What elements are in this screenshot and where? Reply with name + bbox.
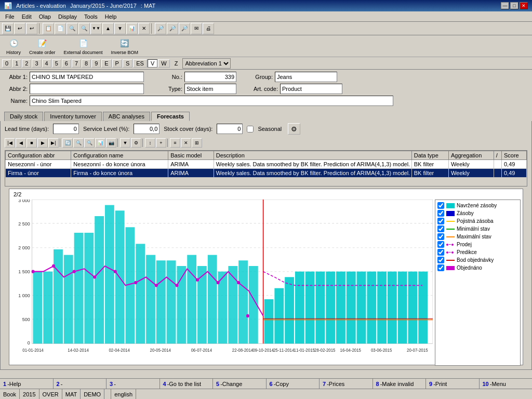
f8-key[interactable]: 8-Make invalid — [373, 379, 427, 389]
col-basic-model[interactable]: Basic model — [168, 151, 214, 160]
table-row[interactable]: Nesezonní - únorNesezonní - do konce úno… — [6, 160, 527, 169]
tab-1[interactable]: 1 — [12, 59, 21, 68]
cols-btn[interactable]: ⊞ — [192, 138, 202, 148]
col-score[interactable]: Score — [502, 151, 527, 160]
col-cfg-abbr[interactable]: Configuration abbr — [6, 151, 71, 160]
del-btn[interactable]: ✕ — [181, 138, 191, 148]
minimize-button[interactable]: — — [501, 2, 509, 9]
menu-help[interactable]: Help — [102, 13, 120, 20]
tab-4[interactable]: 4 — [42, 59, 51, 68]
nav-prev[interactable]: ◀ — [16, 138, 26, 148]
legend-check-min[interactable] — [437, 225, 444, 232]
settings-button[interactable]: ⚙ — [288, 123, 300, 135]
ext-doc-button[interactable]: 📄 External document — [62, 36, 105, 56]
f1-key[interactable]: 1-Help — [0, 379, 54, 389]
col-slash[interactable]: / — [494, 151, 501, 160]
filter-btn[interactable]: 🔍 — [84, 138, 95, 148]
tab-inventory-turnover[interactable]: Inventory turnover — [44, 112, 102, 121]
legend-check-pojistna[interactable] — [437, 218, 444, 224]
menu-display[interactable]: Display — [55, 13, 80, 20]
tab-6[interactable]: 6 — [62, 59, 71, 68]
search-btn[interactable]: 🔍 — [73, 138, 84, 148]
menu-file[interactable]: File — [2, 13, 18, 20]
tb-print[interactable]: 🖨 — [203, 23, 214, 34]
tb-doc[interactable]: 📄 — [55, 23, 66, 34]
tb-search2[interactable]: 🔎 — [167, 23, 178, 34]
tab-0[interactable]: 0 — [2, 59, 11, 68]
abbreviation-select[interactable]: Abbreviation 1 Abbreviation 2 Abbreviati… — [182, 58, 231, 69]
nav-last[interactable]: ▶| — [48, 138, 59, 148]
tb-filter3[interactable]: ▼▼ — [90, 23, 102, 34]
name-input[interactable] — [30, 96, 393, 106]
tb-save[interactable]: 💾 — [2, 23, 14, 34]
abbr1-input[interactable] — [30, 72, 144, 82]
tb-filter2[interactable]: 🔍 — [78, 23, 90, 34]
col-description[interactable]: Description — [214, 151, 411, 160]
tab-8[interactable]: 8 — [82, 59, 91, 68]
config-btn[interactable]: ⚙ — [131, 138, 141, 148]
refresh-btn[interactable]: 🔄 — [62, 138, 73, 148]
col-cfg-name[interactable]: Configuration name — [71, 151, 168, 160]
f6-key[interactable]: 6-Copy — [267, 379, 320, 389]
nav-next[interactable]: ▶ — [37, 138, 48, 148]
legend-check-zasoby[interactable] — [437, 210, 444, 217]
add-btn[interactable]: + — [156, 138, 166, 148]
tab-7[interactable]: 7 — [72, 59, 81, 68]
tb-copy[interactable]: 📋 — [43, 23, 54, 34]
tab-V[interactable]: V — [148, 59, 157, 68]
tb-search3[interactable]: 🔎 — [179, 23, 190, 34]
f3-key[interactable]: 3- — [107, 379, 160, 389]
type-input[interactable] — [184, 84, 236, 94]
tab-5[interactable]: 5 — [52, 59, 61, 68]
inverse-bom-button[interactable]: 🔄 Inverse BOM — [109, 36, 141, 56]
tab-2[interactable]: 2 — [22, 59, 31, 68]
tb-up[interactable]: ▲ — [102, 23, 114, 34]
legend-check-max[interactable] — [437, 233, 444, 240]
tab-abc-analyses[interactable]: ABC analyses — [103, 112, 150, 121]
f2-key[interactable]: 2- — [54, 379, 107, 389]
tab-3[interactable]: 3 — [32, 59, 41, 68]
menu-olap[interactable]: Olap — [36, 13, 54, 20]
f9-key[interactable]: 9-Print — [426, 379, 480, 389]
f10-key[interactable]: 10-Menu — [480, 379, 533, 389]
menu-tools[interactable]: Tools — [81, 13, 101, 20]
stock-cover-input[interactable] — [217, 124, 243, 134]
create-order-button[interactable]: 📝 Create order — [27, 36, 58, 56]
col-aggregation[interactable]: Aggregation — [448, 151, 494, 160]
nav-first[interactable]: |◀ — [5, 138, 15, 148]
table-row[interactable]: Firma - únorFirma - do konce únoraARIMAW… — [6, 169, 527, 178]
art-code-input[interactable] — [280, 84, 342, 94]
tb-down[interactable]: ▼ — [114, 23, 126, 34]
nav-stop[interactable]: ■ — [26, 138, 37, 148]
camera-btn[interactable]: 📷 — [106, 138, 116, 148]
config-table-container[interactable]: Configuration abbr Configuration name Ba… — [5, 150, 527, 187]
tab-E[interactable]: E — [101, 59, 111, 68]
chart-btn[interactable]: 📊 — [95, 138, 105, 148]
legend-check-objednano[interactable] — [437, 264, 444, 271]
sort-btn[interactable]: ↕ — [145, 138, 155, 148]
seasonal-checkbox[interactable] — [247, 126, 254, 132]
tb-undo2[interactable]: ↩ — [26, 23, 37, 34]
tab-S[interactable]: S — [123, 59, 132, 68]
tb-close[interactable]: ✕ — [138, 23, 150, 34]
lead-time-input[interactable] — [53, 124, 79, 134]
list-btn[interactable]: ≡ — [170, 138, 180, 148]
tb-search1[interactable]: 🔎 — [155, 23, 166, 34]
tab-9[interactable]: 9 — [91, 59, 101, 68]
tb-filter1[interactable]: 🔍 — [66, 23, 78, 34]
tab-W[interactable]: W — [158, 59, 169, 68]
col-data-type[interactable]: Data type — [411, 151, 448, 160]
close-button[interactable]: ✕ — [520, 2, 528, 9]
group-input[interactable] — [275, 72, 337, 82]
legend-check-prodej[interactable] — [437, 241, 444, 248]
f4-key[interactable]: 4-Go to the list — [160, 379, 214, 389]
legend-check-predikce[interactable] — [437, 249, 444, 256]
legend-check-bod[interactable] — [437, 257, 444, 263]
service-level-input[interactable] — [134, 124, 159, 134]
legend-check-navrzene[interactable] — [437, 202, 444, 209]
tab-daily-stock[interactable]: Daily stock — [4, 112, 43, 121]
tab-ES[interactable]: ES — [133, 59, 147, 68]
f5-key[interactable]: 5-Change — [213, 379, 267, 389]
maximize-button[interactable]: □ — [510, 2, 518, 9]
no-input[interactable] — [184, 72, 236, 82]
